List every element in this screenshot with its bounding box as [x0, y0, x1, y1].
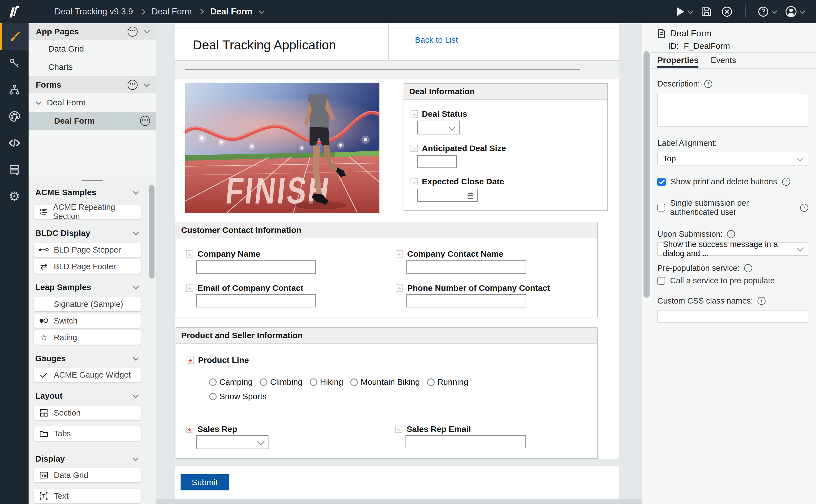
- palette-group-acme-samples[interactable]: ACME Samples: [35, 187, 138, 197]
- info-icon[interactable]: i: [782, 178, 790, 186]
- breadcrumb-section[interactable]: Deal Form: [152, 7, 192, 17]
- product-seller-section[interactable]: Product and Seller Information Product L…: [175, 327, 598, 459]
- palette-item-acme-repeating-section[interactable]: ACME Repeating Section: [34, 205, 141, 219]
- palette-group-leap-samples[interactable]: Leap Samples: [35, 282, 138, 292]
- customer-contact-section[interactable]: Customer Contact Information Company Nam…: [175, 222, 598, 317]
- required-indicator-checkbox[interactable]: [396, 284, 403, 292]
- radio-hiking[interactable]: Hiking: [310, 377, 343, 387]
- upon-submission-select[interactable]: Show the success message in a dialog and…: [657, 242, 808, 256]
- page-item-data-grid[interactable]: Data Grid: [29, 40, 156, 58]
- palette-item-section[interactable]: Section: [34, 406, 141, 420]
- tab-events[interactable]: Events: [711, 55, 736, 68]
- palette-item-rating[interactable]: ☆ Rating: [34, 330, 141, 345]
- more-options-icon[interactable]: ⋯: [140, 116, 150, 126]
- form-item-deal-form-selected[interactable]: Deal Form ⋯: [29, 112, 156, 130]
- phone-number-input[interactable]: [406, 294, 526, 307]
- deal-information-section[interactable]: Deal Information Deal Status Anticipated…: [403, 83, 608, 211]
- more-options-icon[interactable]: ⋯: [128, 80, 138, 90]
- info-icon[interactable]: i: [800, 204, 808, 212]
- required-indicator-checkbox[interactable]: [395, 426, 402, 433]
- palette-group-display[interactable]: Display: [35, 454, 138, 464]
- radio-camping[interactable]: Camping: [209, 377, 253, 387]
- show-print-checkbox-checked[interactable]: [657, 178, 666, 186]
- sales-rep-email-input[interactable]: [405, 435, 526, 448]
- required-indicator-checkbox[interactable]: [187, 357, 194, 364]
- rail-hierarchy-icon[interactable]: [0, 77, 29, 103]
- more-options-icon[interactable]: ⋯: [128, 27, 138, 37]
- palette-item-switch[interactable]: Switch: [34, 314, 141, 328]
- rail-key-icon[interactable]: [0, 50, 29, 77]
- palette-item-acme-gauge-widget[interactable]: ACME Gauge Widget: [34, 368, 141, 382]
- canvas-scrollbar[interactable]: [642, 23, 651, 504]
- company-contact-name-input[interactable]: [406, 260, 526, 274]
- palette-group-bldc-display[interactable]: BLDC Display: [35, 228, 138, 238]
- chevron-down-icon[interactable]: [144, 28, 150, 34]
- preview-button[interactable]: [675, 6, 693, 17]
- palette-item-data-grid[interactable]: Data Grid: [34, 468, 141, 482]
- anticipated-deal-size-input[interactable]: [417, 155, 457, 168]
- calendar-icon[interactable]: [467, 192, 474, 200]
- rail-data-check-icon[interactable]: [0, 156, 29, 183]
- explorer-scrollbar-thumb[interactable]: [149, 185, 154, 279]
- info-icon[interactable]: i: [727, 230, 735, 238]
- section-forms[interactable]: Forms ⋯: [29, 76, 156, 93]
- palette-item-signature-sample[interactable]: Signature (Sample): [34, 297, 141, 311]
- rail-settings-gear-icon[interactable]: ⚙: [0, 183, 29, 210]
- deal-status-select[interactable]: [417, 121, 460, 134]
- palette-item-bld-page-stepper[interactable]: BLD Page Stepper: [34, 243, 141, 257]
- rail-design-paintbrush-icon[interactable]: [0, 23, 29, 50]
- email-of-company-contact-input[interactable]: [196, 294, 316, 307]
- app-logo-icon[interactable]: [0, 5, 29, 18]
- sales-rep-select[interactable]: [196, 435, 268, 449]
- single-submission-checkbox[interactable]: [657, 204, 665, 212]
- chevron-down-icon[interactable]: [144, 81, 150, 87]
- required-indicator-checkbox[interactable]: [396, 250, 403, 258]
- form-page-title[interactable]: Deal Tracking Application: [193, 37, 336, 52]
- section-app-pages[interactable]: App Pages ⋯: [29, 23, 156, 40]
- required-indicator-checkbox[interactable]: [186, 284, 193, 292]
- required-indicator-checkbox[interactable]: [186, 426, 193, 433]
- canvas-scrollbar-thumb[interactable]: [644, 51, 650, 298]
- rail-theme-palette-icon[interactable]: [0, 103, 29, 130]
- radio-snow-sports[interactable]: Snow Sports: [209, 392, 266, 401]
- save-button[interactable]: [701, 6, 713, 17]
- info-icon[interactable]: i: [704, 80, 712, 88]
- description-textarea[interactable]: [657, 93, 808, 127]
- required-indicator-checkbox[interactable]: [411, 145, 418, 152]
- tab-properties[interactable]: Properties: [657, 55, 698, 68]
- palette-group-gauges[interactable]: Gauges: [35, 353, 138, 363]
- prepopulation-checkbox[interactable]: [657, 277, 665, 285]
- form-group-deal-form[interactable]: Deal Form: [29, 93, 156, 112]
- help-button[interactable]: [757, 6, 776, 18]
- required-indicator-checkbox[interactable]: [186, 250, 193, 258]
- chevron-down-icon[interactable]: [36, 99, 42, 105]
- user-avatar[interactable]: [785, 5, 804, 18]
- radio-climbing[interactable]: Climbing: [260, 377, 302, 387]
- palette-item-text[interactable]: Text: [34, 489, 141, 503]
- label-alignment-select[interactable]: Top: [657, 152, 808, 166]
- palette-item-bld-page-footer[interactable]: ⇄ BLD Page Footer: [34, 259, 141, 274]
- panel-resize-handle[interactable]: [29, 176, 156, 185]
- palette-group-layout[interactable]: Layout: [35, 391, 138, 401]
- required-indicator-checkbox[interactable]: [411, 110, 418, 118]
- company-name-input[interactable]: [196, 260, 316, 274]
- palette-item-tabs[interactable]: Tabs: [34, 426, 141, 441]
- radio-mountain-biking[interactable]: Mountain Biking: [350, 377, 420, 387]
- rail-code-icon[interactable]: [0, 130, 29, 156]
- custom-css-input[interactable]: [657, 310, 808, 323]
- finish-line-image[interactable]: FINISH: [185, 83, 379, 213]
- radio-running[interactable]: Running: [427, 377, 469, 387]
- divider-widget-row[interactable]: [175, 61, 619, 79]
- required-indicator-checkbox[interactable]: [411, 178, 418, 185]
- submit-button[interactable]: Submit: [180, 474, 229, 490]
- info-icon[interactable]: i: [744, 264, 752, 272]
- page-item-charts[interactable]: Charts: [29, 58, 156, 76]
- breadcrumb-page[interactable]: Deal Form: [210, 7, 252, 17]
- title-row[interactable]: Deal Tracking Application Back to List: [175, 29, 619, 61]
- info-icon[interactable]: i: [758, 297, 766, 305]
- expected-close-date-input[interactable]: [417, 189, 478, 202]
- canvas-top-row[interactable]: [175, 23, 619, 29]
- chevron-down-icon[interactable]: [259, 8, 264, 14]
- close-button[interactable]: [721, 6, 733, 18]
- breadcrumb-app[interactable]: Deal Tracking v9.3.9: [55, 7, 133, 17]
